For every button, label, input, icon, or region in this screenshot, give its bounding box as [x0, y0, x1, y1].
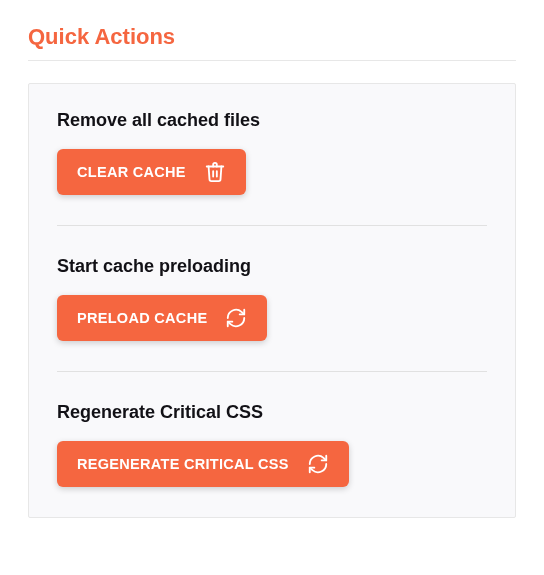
- action-block-preload-cache: Start cache preloading Preload Cache: [57, 256, 487, 341]
- button-label: Clear Cache: [77, 164, 186, 180]
- refresh-icon: [307, 453, 329, 475]
- preload-cache-button[interactable]: Preload Cache: [57, 295, 267, 341]
- action-block-regenerate-critical-css: Regenerate Critical CSS Regenerate Criti…: [57, 402, 487, 487]
- action-heading: Regenerate Critical CSS: [57, 402, 487, 423]
- section-title: Quick Actions: [28, 24, 516, 50]
- action-block-clear-cache: Remove all cached files Clear Cache: [57, 110, 487, 195]
- block-divider: [57, 225, 487, 226]
- regenerate-critical-css-button[interactable]: Regenerate Critical CSS: [57, 441, 349, 487]
- button-label: Regenerate Critical CSS: [77, 456, 289, 472]
- clear-cache-button[interactable]: Clear Cache: [57, 149, 246, 195]
- action-heading: Start cache preloading: [57, 256, 487, 277]
- block-divider: [57, 371, 487, 372]
- trash-icon: [204, 161, 226, 183]
- quick-actions-panel: Remove all cached files Clear Cache Star…: [28, 83, 516, 518]
- title-divider: [28, 60, 516, 61]
- button-label: Preload Cache: [77, 310, 207, 326]
- refresh-icon: [225, 307, 247, 329]
- action-heading: Remove all cached files: [57, 110, 487, 131]
